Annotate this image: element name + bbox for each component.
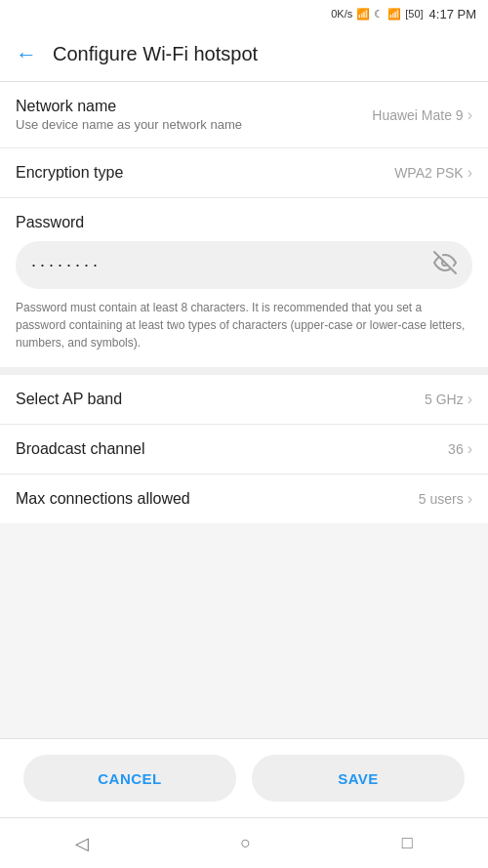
battery-icon: [50] [405,8,423,20]
bottom-buttons: CANCEL SAVE [0,738,488,817]
navigation-bar: ◁ ○ □ [0,817,488,868]
network-name-sublabel: Use device name as your network name [16,117,372,132]
password-field[interactable]: ········ [31,255,433,275]
ap-band-value: 5 GHz [425,392,464,407]
ap-band-label: Select AP band [16,391,425,408]
password-input-wrapper[interactable]: ········ [16,241,472,289]
back-nav-icon[interactable]: ◁ [52,825,112,862]
save-button[interactable]: SAVE [252,755,465,802]
broadcast-channel-left: Broadcast channel [16,440,448,458]
wifi-icon: 📶 [356,8,370,21]
max-connections-value: 5 users [419,491,464,507]
settings-section-top: Network name Use device name as your net… [0,82,488,367]
broadcast-channel-value: 36 [448,441,464,457]
password-section: Password ········ Password must contain … [0,198,488,367]
encryption-type-chevron-icon: › [468,164,472,182]
ap-band-chevron-icon: › [468,391,472,408]
network-name-right: Huawei Mate 9 › [372,106,472,124]
network-name-left: Network name Use device name as your net… [16,98,372,132]
speed-indicator: 0K/s [331,8,352,20]
moon-icon: ☾ [374,8,384,21]
status-icons: 0K/s 📶 ☾ 📶 [50] [331,8,423,21]
max-connections-left: Max connections allowed [16,490,419,508]
broadcast-channel-chevron-icon: › [468,440,472,458]
password-hint: Password must contain at least 8 charact… [16,299,472,367]
network-name-value: Huawei Mate 9 [372,107,463,123]
encryption-type-label: Encryption type [16,164,394,182]
content-area: Network name Use device name as your net… [0,82,488,738]
ap-band-left: Select AP band [16,391,425,408]
ap-band-row[interactable]: Select AP band 5 GHz › [0,375,488,425]
status-bar: 0K/s 📶 ☾ 📶 [50] 4:17 PM [0,0,488,27]
recent-apps-nav-icon[interactable]: □ [379,825,436,861]
header: ← Configure Wi-Fi hotspot [0,27,488,82]
max-connections-label: Max connections allowed [16,490,419,508]
max-connections-right: 5 users › [419,490,472,508]
max-connections-row[interactable]: Max connections allowed 5 users › [0,475,488,523]
network-name-label: Network name [16,98,372,115]
settings-section-bottom: Select AP band 5 GHz › Broadcast channel… [0,375,488,523]
toggle-password-visibility-icon[interactable] [433,251,457,279]
broadcast-channel-right: 36 › [448,440,472,458]
encryption-type-row[interactable]: Encryption type WPA2 PSK › [0,148,488,198]
encryption-type-left: Encryption type [16,164,394,182]
max-connections-chevron-icon: › [468,490,472,508]
ap-band-right: 5 GHz › [425,391,472,408]
time-display: 4:17 PM [429,7,476,21]
home-nav-icon[interactable]: ○ [217,825,274,861]
password-label: Password [16,214,472,231]
section-divider [0,367,488,375]
network-name-row[interactable]: Network name Use device name as your net… [0,82,488,148]
encryption-type-right: WPA2 PSK › [394,164,472,182]
signal-icon: 📶 [387,8,401,21]
page-title: Configure Wi-Fi hotspot [53,43,258,65]
cancel-button[interactable]: CANCEL [23,755,236,802]
back-button[interactable]: ← [16,44,37,65]
network-name-chevron-icon: › [468,106,472,124]
encryption-type-value: WPA2 PSK [394,165,464,181]
broadcast-channel-row[interactable]: Broadcast channel 36 › [0,425,488,475]
broadcast-channel-label: Broadcast channel [16,440,448,458]
